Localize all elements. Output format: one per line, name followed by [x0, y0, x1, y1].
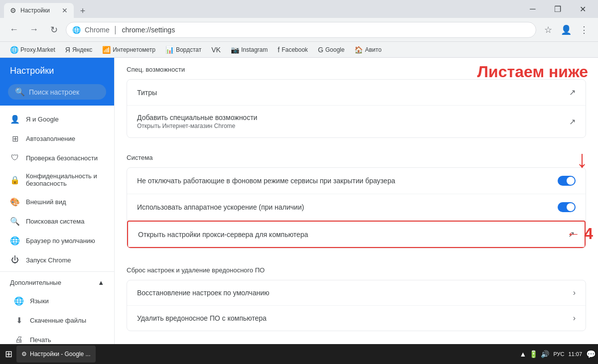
active-tab[interactable]: ⚙ Настройки ✕ [4, 3, 74, 18]
nav-label: Скаченные файлы [30, 317, 86, 324]
background-services-row[interactable]: Не отключать работающие в фоновом режиме… [127, 168, 586, 194]
profile-button[interactable]: 👤 [558, 22, 574, 38]
malware-text: Удалить вредоносное ПО с компьютера [137, 314, 573, 322]
content-wrapper: Листаем ниже Спец. возможности Титры ↗ Д… [115, 58, 598, 331]
autofill-icon: ⊞ [10, 134, 20, 143]
bookmark-button[interactable]: ☆ [540, 22, 556, 38]
refresh-button[interactable]: ↻ [46, 22, 62, 38]
sidebar-item-appearance[interactable]: 🎨 Внешний вид [0, 192, 114, 212]
proxy-title: Открыть настройки прокси-сервера для ком… [138, 231, 568, 239]
bookmark-icon-fb: f [278, 46, 280, 54]
system-section-title: Система [115, 146, 598, 165]
bg-services-toggle[interactable] [558, 176, 576, 186]
window-controls: ─ ❐ ✕ [521, 1, 594, 16]
bg-services-text: Не отключать работающие в фоновом режиме… [137, 177, 558, 185]
tab-icon: ⚙ [10, 6, 16, 14]
url-bar[interactable]: 🌐 Chrome │ chrome://settings [66, 22, 536, 38]
bookmark-label-y: Яндекс [72, 46, 92, 53]
reset-section-card: Восстановление настроек по умолчанию › У… [127, 280, 586, 331]
sidebar-item-me-google[interactable]: 👤 Я и Google [0, 110, 114, 129]
remove-malware-row[interactable]: Удалить вредоносное ПО с компьютера › [127, 306, 586, 331]
bookmark-icon-ig: 📷 [231, 46, 239, 54]
bookmark-wordstat[interactable]: 📊 Вордстат [161, 44, 205, 56]
person-icon: 👤 [10, 115, 20, 124]
main-layout: Настройки 🔍 👤 Я и Google ⊞ Автозаполнени… [0, 58, 598, 344]
tray-battery-icon[interactable]: 🔋 [529, 350, 538, 358]
new-tab-button[interactable]: + [76, 4, 90, 18]
sidebar-item-search-engine[interactable]: 🔍 Поисковая система [0, 212, 114, 231]
menu-button[interactable]: ⋮ [576, 22, 592, 38]
taskbar: ⊞ ⚙ Настройки - Google ... ▲ 🔋 🔊 РУС 11:… [0, 344, 598, 364]
notification-icon[interactable]: 💬 [586, 350, 596, 359]
lock-icon-nav: 🔒 [10, 175, 20, 185]
shield-icon: 🛡 [10, 153, 20, 162]
back-button[interactable]: ← [6, 22, 22, 38]
search-wrapper[interactable]: 🔍 [8, 84, 106, 100]
hardware-acceleration-row[interactable]: Использовать аппаратное ускорение (при н… [127, 194, 586, 221]
taskbar-app-label: Настройки - Google ... [30, 351, 91, 358]
bookmark-icon-i: 📶 [102, 46, 111, 54]
sidebar-nav: 👤 Я и Google ⊞ Автозаполнение 🛡 Проверка… [0, 106, 114, 344]
content-area: Листаем ниже Спец. возможности Титры ↗ Д… [115, 58, 598, 344]
hw-accel-toggle[interactable] [558, 202, 576, 212]
maximize-button[interactable]: ❐ [546, 1, 569, 16]
captions-title: Титры [137, 89, 569, 97]
nav-label: Я и Google [26, 116, 59, 123]
nav-label: Проверка безопасности [26, 154, 98, 162]
add-accessibility-row[interactable]: Добавить специальные возможности Открыть… [127, 106, 586, 137]
bookmark-label-ig: Instagram [241, 46, 268, 53]
bookmark-proxy[interactable]: 🌐 Proxy.Market [6, 44, 59, 56]
bookmark-label-fb: Facebook [282, 46, 308, 53]
bookmark-facebook[interactable]: f Facebook [274, 44, 312, 56]
external-link-icon: ↗ [569, 88, 576, 97]
address-bar-right: ☆ 👤 ⋮ [540, 22, 592, 38]
power-icon: ⏻ [10, 255, 20, 264]
minimize-button[interactable]: ─ [521, 1, 544, 16]
sidebar-item-default-browser[interactable]: 🌐 Браузер по умолчанию [0, 231, 114, 250]
bookmark-avito[interactable]: 🏠 Авито [350, 44, 385, 56]
malware-title: Удалить вредоносное ПО с компьютера [137, 314, 573, 322]
search-icon: 🔍 [15, 87, 25, 97]
bookmark-internet[interactable]: 📶 Интернетометр [98, 44, 159, 56]
advanced-section-header[interactable]: Дополнительные ▲ [0, 274, 114, 291]
bookmark-vk[interactable]: VK [207, 44, 225, 56]
forward-button[interactable]: → [26, 22, 42, 38]
taskbar-app-chrome[interactable]: ⚙ Настройки - Google ... [16, 346, 96, 363]
system-section-card: Не отключать работающие в фоновом режиме… [127, 167, 586, 248]
sidebar-item-autofill[interactable]: ⊞ Автозаполнение [0, 129, 114, 148]
search-input[interactable] [29, 88, 115, 96]
close-button[interactable]: ✕ [571, 1, 594, 16]
nav-label: Поисковая система [26, 218, 85, 225]
bookmark-instagram[interactable]: 📷 Instagram [227, 44, 272, 56]
add-accessibility-title: Добавить специальные возможности [137, 114, 569, 121]
lock-icon: 🌐 [72, 26, 81, 34]
captions-row[interactable]: Титры ↗ [127, 80, 586, 106]
start-button[interactable]: ⊞ [2, 347, 15, 362]
add-accessibility-text: Добавить специальные возможности Открыть… [137, 114, 569, 129]
nav-label: Языки [30, 297, 49, 305]
proxy-settings-row[interactable]: Открыть настройки прокси-сервера для ком… [127, 221, 586, 248]
tray-network-icon[interactable]: ▲ [520, 350, 527, 358]
nav-divider [0, 271, 114, 272]
sidebar-item-languages[interactable]: 🌐 Языки [0, 291, 114, 311]
tray-sound-icon[interactable]: 🔊 [541, 350, 549, 358]
sidebar-item-downloads[interactable]: ⬇ Скаченные файлы [0, 311, 114, 330]
chevron-right-icon: › [573, 288, 576, 297]
download-icon: ⬇ [14, 316, 24, 325]
bookmark-google[interactable]: G Google [314, 44, 349, 56]
taskbar-left: ⊞ ⚙ Настройки - Google ... [2, 346, 96, 363]
taskbar-right: ▲ 🔋 🔊 РУС 11:07 💬 [520, 350, 596, 359]
bookmark-yandex[interactable]: Я Яндекс [61, 44, 96, 56]
sidebar-item-privacy[interactable]: 🔒 Конфиденциальность и безопасность [0, 167, 114, 192]
tab-area: ⚙ Настройки ✕ + [4, 0, 90, 18]
tab-close-btn[interactable]: ✕ [62, 6, 68, 14]
sidebar-item-security[interactable]: 🛡 Проверка безопасности [0, 148, 114, 167]
annotation-scroll-text: Листаем ниже [477, 63, 588, 81]
proxy-text: Открыть настройки прокси-сервера для ком… [138, 231, 568, 239]
sidebar-item-print[interactable]: 🖨 Печать [0, 330, 114, 344]
bookmark-icon-g: G [318, 46, 323, 54]
url-path: chrome://settings [122, 26, 175, 34]
annotation-4: 4 [584, 225, 593, 243]
restore-defaults-row[interactable]: Восстановление настроек по умолчанию › [127, 280, 586, 306]
sidebar-item-startup[interactable]: ⏻ Запуск Chrome [0, 250, 114, 269]
